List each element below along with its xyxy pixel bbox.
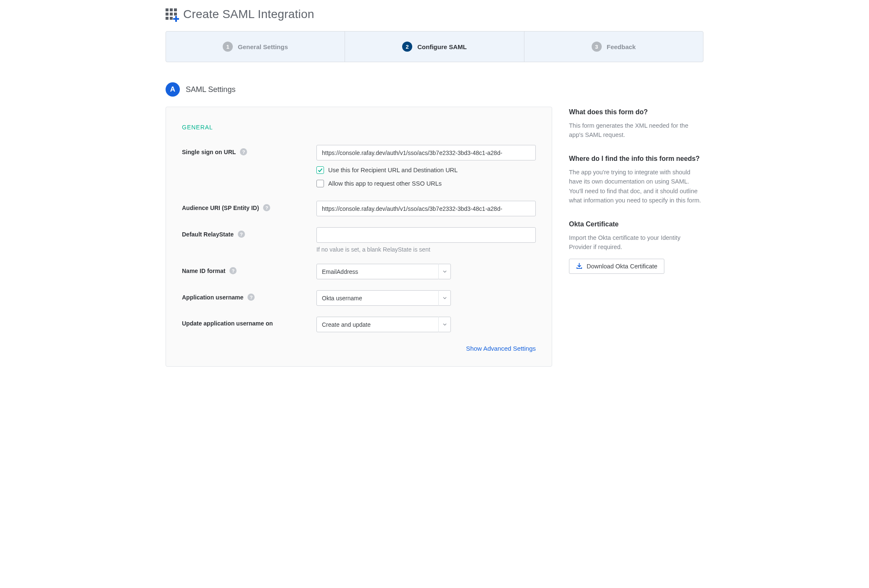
select-value: EmailAddress xyxy=(322,268,358,275)
help-icon[interactable]: ? xyxy=(229,267,237,274)
step-number: 2 xyxy=(402,42,412,52)
help-heading: Where do I find the info this form needs… xyxy=(569,155,703,163)
section-title: SAML Settings xyxy=(186,85,235,94)
show-advanced-settings-link[interactable]: Show Advanced Settings xyxy=(466,345,536,352)
name-id-format-select[interactable]: EmailAddress xyxy=(316,264,451,279)
wizard-step-general-settings[interactable]: 1 General Settings xyxy=(166,32,345,62)
okta-cert-text: Import the Okta certificate to your Iden… xyxy=(569,233,703,252)
select-value: Create and update xyxy=(322,321,371,328)
help-icon[interactable]: ? xyxy=(248,294,255,301)
use-for-recipient-checkbox[interactable]: Use this for Recipient URL and Destinati… xyxy=(316,166,536,174)
select-value: Okta username xyxy=(322,295,362,302)
sso-url-label: Single sign on URL xyxy=(182,149,236,155)
apps-grid-icon xyxy=(166,8,177,20)
app-username-select[interactable]: Okta username xyxy=(316,290,451,306)
checkbox-label: Use this for Recipient URL and Destinati… xyxy=(328,167,458,173)
step-label: Configure SAML xyxy=(417,43,467,50)
allow-other-sso-checkbox[interactable]: Allow this app to request other SSO URLs xyxy=(316,180,536,187)
name-id-format-label: Name ID format xyxy=(182,268,225,274)
wizard-steps: 1 General Settings 2 Configure SAML 3 Fe… xyxy=(166,31,703,62)
okta-cert-heading: Okta Certificate xyxy=(569,220,703,228)
step-number: 3 xyxy=(592,42,602,52)
checkbox-icon xyxy=(316,180,324,187)
update-username-on-select[interactable]: Create and update xyxy=(316,317,451,332)
checkbox-icon xyxy=(316,166,324,174)
relay-state-hint: If no value is set, a blank RelayState i… xyxy=(316,246,536,253)
sidebar-help: What does this form do? This form genera… xyxy=(569,107,703,289)
general-heading: GENERAL xyxy=(182,124,536,131)
app-username-label: Application username xyxy=(182,294,243,301)
step-label: Feedback xyxy=(607,43,636,50)
update-username-on-label: Update application username on xyxy=(182,320,273,327)
wizard-step-configure-saml[interactable]: 2 Configure SAML xyxy=(345,32,524,62)
audience-uri-input[interactable] xyxy=(316,201,536,216)
step-label: General Settings xyxy=(238,43,288,50)
plus-icon xyxy=(173,16,179,22)
help-icon[interactable]: ? xyxy=(238,231,245,238)
button-label: Download Okta Certificate xyxy=(587,263,657,270)
help-icon[interactable]: ? xyxy=(240,148,247,155)
relay-state-input[interactable] xyxy=(316,227,536,243)
help-text: The app you're trying to integrate with … xyxy=(569,168,703,205)
section-badge: A xyxy=(166,82,180,97)
page-header: Create SAML Integration xyxy=(166,8,703,21)
saml-settings-form: GENERAL Single sign on URL ? Use this fo… xyxy=(166,107,552,367)
section-header: A SAML Settings xyxy=(166,82,703,97)
wizard-step-feedback[interactable]: 3 Feedback xyxy=(524,32,703,62)
relay-state-label: Default RelayState xyxy=(182,231,234,238)
help-icon[interactable]: ? xyxy=(263,204,270,211)
step-number: 1 xyxy=(223,42,233,52)
page-title: Create SAML Integration xyxy=(183,8,314,21)
download-icon xyxy=(576,263,582,269)
sso-url-input[interactable] xyxy=(316,145,536,160)
audience-uri-label: Audience URI (SP Entity ID) xyxy=(182,205,259,211)
help-text: This form generates the XML needed for t… xyxy=(569,121,703,140)
download-okta-certificate-button[interactable]: Download Okta Certificate xyxy=(569,259,664,274)
checkbox-label: Allow this app to request other SSO URLs xyxy=(328,180,442,187)
help-heading: What does this form do? xyxy=(569,108,703,116)
